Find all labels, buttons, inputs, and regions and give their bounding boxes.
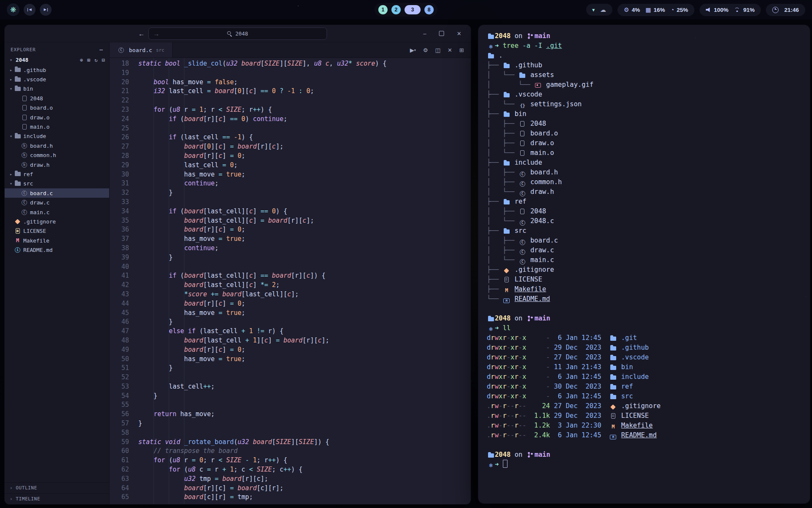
terminal-line: ├── ref [487,197,801,207]
split-editor-icon[interactable]: ◫ [435,47,440,53]
code-line-46: 46 } [110,318,471,327]
settings-icon[interactable]: ⚙ [423,47,428,53]
terminal-line: │ ├── draw.c [487,246,801,255]
minimize-button[interactable]: – [423,31,426,36]
code-line-60: 60 // transpose the board [110,447,471,456]
maximize-button[interactable] [439,31,444,36]
folder-icon [487,53,495,60]
wifi-value: 91% [743,7,754,13]
workspace-8[interactable]: 8 [425,5,434,14]
clock-value: 21:46 [784,7,799,13]
tree-item-draw.o[interactable]: draw.o [5,113,109,122]
new-file-icon[interactable]: ⊕ [80,57,83,63]
terminal-content: 2048 on main➜ tree -a -I .git .├── .gith… [487,31,801,469]
terminal-window[interactable]: 2048 on main➜ tree -a -I .git .├── .gith… [478,25,810,504]
code-line-42: 42 board[last_cell][c] *= 2; [110,281,471,290]
c-file-icon [117,47,125,53]
timeline-panel[interactable]: › TIMELINE [5,493,109,504]
folder-icon [487,453,495,459]
run-button[interactable]: ▶▾ [410,47,416,53]
editor-titlebar[interactable]: ← → 2048 – ✕ [5,25,471,42]
clock-widget[interactable]: 21:46 [766,4,805,16]
new-folder-icon[interactable]: ⊞ [87,57,90,63]
tree-item-main.o[interactable]: main.o [5,122,109,131]
tree-item-README.md[interactable]: README.md [5,245,109,254]
chevron-down-icon: ▾ [8,58,14,62]
file-tree: ▸.github▸.vscode▾bin2048board.odraw.omai… [5,65,109,255]
tree-item-src[interactable]: ▾src [5,179,109,188]
back-arrow-icon[interactable]: ← [138,30,145,37]
tab-board-c[interactable]: board.c src [110,42,173,58]
weather-widget[interactable]: ▾ ☁ [586,4,613,16]
tree-item-Makefile[interactable]: Makefile [5,236,109,245]
editor-window: ← → 2048 – ✕ EXPLORER ⋯ ▾ 2048 ⊕ ⊞ [4,25,471,505]
tree-item-main.c[interactable]: main.c [5,207,109,217]
close-editor-icon[interactable]: ✕ [447,47,452,53]
nav-arrows: ← → [138,30,159,37]
audio-network-widget[interactable]: 100% 91% [700,4,761,16]
refresh-icon[interactable]: ↻ [95,57,98,63]
tree-item-board.h[interactable]: board.h [5,141,109,150]
tree-item-draw.h[interactable]: draw.h [5,160,109,169]
folder-icon [14,86,21,92]
code-line-49: 49 board[r][c] = 0; [110,345,471,355]
snow-icon [487,44,495,50]
terminal-line: ├── Makefile [487,284,801,294]
volume-stat: 100% [706,7,729,13]
tree-item-include[interactable]: ▾include [5,132,109,141]
md-icon [609,434,617,440]
volume-value: 100% [714,7,729,13]
explorer-more-icon[interactable]: ⋯ [99,47,103,53]
tree-item-LICENSE[interactable]: LICENSE [5,226,109,236]
code-line-36: 36 board[r][c] = 0; [110,225,471,235]
workspace-3[interactable]: 3 [405,5,421,14]
forward-arrow-icon[interactable]: → [153,30,159,37]
terminal-line: │ ├── 2048 [487,207,801,216]
bin-icon [21,105,28,111]
close-button[interactable]: ✕ [457,31,461,36]
c-icon [518,220,527,226]
md-icon [502,298,510,304]
code-line-43: 43 *score += board[last_cell][c]; [110,290,471,299]
code-line-39: 39 } [110,253,471,262]
workspace-2[interactable]: 2 [392,5,401,14]
terminal-line: 2048 on main [487,31,801,41]
project-name: 2048 [16,57,28,63]
branch-icon [527,315,535,322]
code-line-54: 54 } [110,392,471,401]
outline-panel[interactable]: › OUTLINE [5,482,109,493]
project-row[interactable]: ▾ 2048 ⊕ ⊞ ↻ ⊟ [5,55,109,64]
tree-item-.github[interactable]: ▸.github [5,65,109,75]
tree-item-.gitignore[interactable]: .gitignore [5,217,109,226]
c-icon [518,239,527,246]
terminal-line: drwxr-xr-x - 6 Jan 12:45 src [487,392,801,401]
tree-item-ref[interactable]: ▸ref [5,169,109,179]
tree-item-board.o[interactable]: board.o [5,103,109,113]
tree-item-board.c[interactable]: board.c [5,188,109,198]
tree-item-2048[interactable]: 2048 [5,94,109,103]
command-center-search[interactable]: 2048 [148,28,327,40]
code-line-26: 26 if (last_cell == -1) { [110,133,471,142]
code-area[interactable]: 18static bool _slide_col(u32 board[SIZE]… [110,58,471,504]
folder-icon [487,34,495,40]
collapse-folders-icon[interactable]: ⊟ [102,57,105,63]
tree-item-common.h[interactable]: common.h [5,151,109,160]
code-line-19: 19 [110,69,471,78]
h-icon [21,162,28,168]
layout-icon[interactable]: ⊞ [459,47,464,53]
editor-body: EXPLORER ⋯ ▾ 2048 ⊕ ⊞ ↻ ⊟ ▸.github▸.vsco… [5,42,471,504]
media-next-button[interactable]: ▶ [40,4,52,16]
tree-item-bin[interactable]: ▾bin [5,84,109,94]
launcher-logo-icon[interactable]: ❋ [7,3,19,16]
tree-item-draw.c[interactable]: draw.c [5,198,109,207]
workspace-1[interactable]: 1 [379,5,388,14]
terminal-line: drwxr-xr-x - 30 Dec 2023 ref [487,382,801,392]
tree-item-.vscode[interactable]: ▸.vscode [5,75,109,84]
terminal-line: drwxr-xr-x - 29 Dec 2023 .github [487,343,801,353]
media-prev-button[interactable]: ◀ [24,4,36,16]
code-line-27: 27 board[0][c] = board[r][c]; [110,142,471,152]
code-line-65: 65 board[c][r] = tmp; [110,493,471,502]
skip-previous-icon: ◀ [27,8,31,11]
system-stats-widget[interactable]: ⚙4% ▦16% ◔25% [617,4,694,16]
folder-icon [609,365,617,371]
